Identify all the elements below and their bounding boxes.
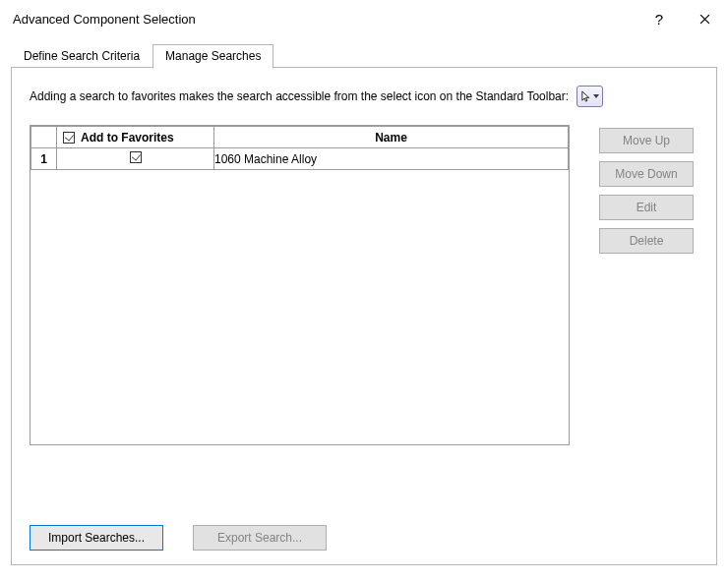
tab-manage-searches[interactable]: Manage Searches <box>152 44 273 69</box>
hint-text: Adding a search to favorites makes the s… <box>30 89 569 103</box>
hint-row: Adding a search to favorites makes the s… <box>30 86 698 107</box>
window-title: Advanced Component Selection <box>13 12 637 27</box>
name-cell[interactable]: 1060 Machine Alloy <box>214 148 569 170</box>
move-up-button[interactable]: Move Up <box>599 128 694 153</box>
favorites-header-checkbox[interactable] <box>63 132 75 144</box>
favorites-column-label: Add to Favorites <box>81 131 174 145</box>
tab-define-search-criteria[interactable]: Define Search Criteria <box>11 44 152 68</box>
cursor-icon <box>580 90 591 103</box>
table-row[interactable]: 1 1060 Machine Alloy <box>31 148 569 170</box>
corner-cell <box>31 127 57 148</box>
import-searches-button[interactable]: Import Searches... <box>30 525 163 551</box>
table-header-row: Add to Favorites Name <box>31 127 569 148</box>
help-button[interactable]: ? <box>637 4 682 33</box>
row-number: 1 <box>31 148 57 170</box>
edit-button[interactable]: Edit <box>599 195 694 220</box>
name-column-label: Name <box>375 131 407 145</box>
name-column-header[interactable]: Name <box>214 127 569 148</box>
favorite-cell[interactable] <box>57 148 214 170</box>
move-down-button[interactable]: Move Down <box>599 161 694 187</box>
export-search-button[interactable]: Export Search... <box>193 525 327 551</box>
searches-grid: Add to Favorites Name 1 1060 Machine All… <box>30 125 570 445</box>
content-row: Add to Favorites Name 1 1060 Machine All… <box>30 125 698 445</box>
side-buttons: Move Up Move Down Edit Delete <box>599 128 694 254</box>
close-icon <box>699 14 710 25</box>
select-icon[interactable] <box>576 86 603 107</box>
tabstrip: Define Search Criteria Manage Searches <box>11 42 717 68</box>
chevron-down-icon <box>593 94 599 98</box>
tab-panel: Adding a search to favorites makes the s… <box>11 68 717 565</box>
bottom-buttons: Import Searches... Export Search... <box>30 525 327 551</box>
titlebar: Advanced Component Selection ? <box>1 1 727 36</box>
favorite-checkbox[interactable] <box>130 151 142 163</box>
delete-button[interactable]: Delete <box>599 228 694 254</box>
close-button[interactable] <box>682 4 727 33</box>
favorites-column-header[interactable]: Add to Favorites <box>57 127 214 148</box>
